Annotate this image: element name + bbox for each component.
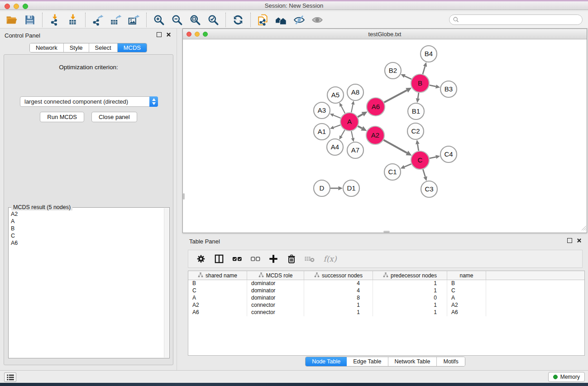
graph-edge-A-A2[interactable]: [358, 126, 367, 131]
result-scrollbar[interactable]: [164, 208, 169, 357]
column-header-shared-name[interactable]: shared name: [188, 271, 247, 280]
table-cell[interactable]: dominator: [247, 287, 304, 295]
criterion-dropdown[interactable]: largest connected component (directed): [20, 96, 158, 107]
tab-style[interactable]: Style: [64, 43, 89, 52]
graph-edge-B-B1[interactable]: [416, 93, 420, 103]
column-header-name[interactable]: name: [447, 271, 486, 280]
graph-node-B2[interactable]: B2: [385, 62, 401, 79]
result-list-item[interactable]: C: [9, 232, 164, 239]
result-list-item[interactable]: B: [9, 225, 164, 232]
close-panel-icon[interactable]: [166, 32, 171, 37]
column-header-predecessor-nodes[interactable]: predecessor nodes: [373, 271, 447, 280]
table-row[interactable]: A6connector11A6: [188, 309, 584, 316]
tab-network-table[interactable]: Network Table: [388, 357, 437, 366]
graph-edge-A-A4[interactable]: [339, 130, 344, 139]
show-graphics-icon[interactable]: [308, 13, 326, 27]
graph-node-D[interactable]: D: [314, 180, 330, 196]
graph-node-A5[interactable]: A5: [327, 87, 344, 103]
graph-edge-A-A7[interactable]: [351, 131, 355, 142]
add-column-icon[interactable]: [265, 252, 282, 266]
table-cell[interactable]: 1: [304, 302, 373, 309]
table-cell[interactable]: 1: [373, 287, 447, 295]
delete-column-icon[interactable]: [283, 252, 300, 266]
table-row[interactable]: A2connector11A2: [188, 302, 584, 309]
import-table-icon[interactable]: [64, 13, 82, 27]
graph-edge-D-D1[interactable]: [330, 186, 343, 191]
graph-node-C[interactable]: C: [411, 151, 429, 169]
table-row[interactable]: Adominator80A: [188, 295, 584, 302]
settings-gear-icon[interactable]: [193, 252, 209, 266]
table-cell[interactable]: A6: [188, 309, 247, 316]
graph-edge-A-A1[interactable]: [330, 125, 340, 129]
table-cell[interactable]: 1: [304, 309, 373, 316]
table-cell[interactable]: A2: [188, 302, 247, 309]
open-file-icon[interactable]: [3, 13, 21, 27]
export-table-icon[interactable]: [107, 13, 125, 27]
graph-edge-B-B2[interactable]: [401, 74, 411, 79]
graph-node-B[interactable]: B: [411, 74, 429, 92]
result-list-item[interactable]: A2: [9, 210, 164, 218]
graph-node-D1[interactable]: D1: [343, 180, 359, 196]
tab-network[interactable]: Network: [30, 43, 64, 52]
graph-edge-B-B4[interactable]: [423, 62, 427, 74]
export-image-icon[interactable]: [125, 13, 143, 27]
graph-edge-C-C3[interactable]: [423, 169, 427, 181]
table-cell[interactable]: B: [447, 280, 486, 287]
close-table-panel-icon[interactable]: [577, 238, 582, 243]
column-header-successor-nodes[interactable]: successor nodes: [304, 271, 373, 280]
graph-node-C1[interactable]: C1: [384, 164, 401, 180]
graph-edge-A-A5[interactable]: [339, 103, 345, 114]
table-cell[interactable]: A2: [447, 302, 486, 309]
table-cell[interactable]: 4: [304, 280, 373, 287]
graph-node-A8[interactable]: A8: [347, 84, 363, 100]
zoom-selected-icon[interactable]: [204, 13, 222, 27]
graph-node-C3[interactable]: C3: [421, 181, 437, 197]
table-cell[interactable]: C: [447, 287, 486, 295]
function-builder-icon[interactable]: f(x): [320, 252, 340, 266]
graph-node-B1[interactable]: B1: [408, 103, 424, 119]
tab-select[interactable]: Select: [89, 43, 118, 52]
column-header-MCDS-role[interactable]: MCDS role: [247, 271, 304, 280]
search-input[interactable]: [449, 14, 583, 25]
table-cell[interactable]: 1: [373, 302, 447, 309]
tab-motifs[interactable]: Motifs: [437, 357, 464, 366]
horizontal-scroll-thumb[interactable]: [383, 231, 390, 233]
graph-edge-B-B3[interactable]: [430, 85, 440, 89]
export-network-icon[interactable]: [89, 13, 107, 27]
graph-node-A1[interactable]: A1: [314, 124, 330, 140]
zoom-in-icon[interactable]: [150, 13, 168, 27]
graph-edge-C-C4[interactable]: [430, 155, 440, 159]
table-cell[interactable]: 0: [373, 295, 447, 302]
table-cell[interactable]: A6: [447, 309, 486, 316]
table-cell[interactable]: dominator: [247, 295, 304, 302]
copy-network-icon[interactable]: [254, 13, 272, 27]
graph-node-A3[interactable]: A3: [314, 102, 330, 119]
graph-node-A4[interactable]: A4: [327, 139, 343, 155]
tab-mcds[interactable]: MCDS: [118, 43, 147, 52]
graph-node-A6[interactable]: A6: [367, 98, 385, 116]
table-cell[interactable]: A: [188, 295, 247, 302]
graph-node-B3[interactable]: B3: [440, 81, 457, 97]
split-panel-icon[interactable]: [211, 252, 227, 266]
table-cell[interactable]: 1: [373, 280, 447, 287]
table-cell[interactable]: 1: [373, 309, 447, 316]
refresh-icon[interactable]: [229, 13, 247, 27]
table-row[interactable]: Bdominator41B: [188, 280, 584, 287]
float-panel-icon[interactable]: [157, 32, 162, 37]
vertical-scroll-thumb[interactable]: [183, 193, 185, 200]
float-table-panel-icon[interactable]: [567, 238, 572, 243]
graph-edge-C-C2[interactable]: [416, 140, 420, 151]
zoom-out-icon[interactable]: [168, 13, 186, 27]
table-cell[interactable]: connector: [247, 302, 304, 309]
graph-node-C4[interactable]: C4: [440, 146, 457, 162]
graph-node-C2[interactable]: C2: [407, 123, 424, 139]
graph-node-A7[interactable]: A7: [347, 142, 363, 158]
task-history-button[interactable]: [4, 372, 16, 382]
graph-edge-A-A8[interactable]: [351, 101, 355, 113]
run-mcds-button[interactable]: Run MCDS: [40, 112, 84, 122]
graph-edge-A2-C[interactable]: [383, 140, 411, 156]
result-list-item[interactable]: A: [9, 218, 164, 225]
resize-grip-icon[interactable]: [580, 224, 586, 232]
table-row[interactable]: Cdominator41C: [188, 287, 584, 295]
close-panel-button[interactable]: Close panel: [91, 112, 137, 122]
